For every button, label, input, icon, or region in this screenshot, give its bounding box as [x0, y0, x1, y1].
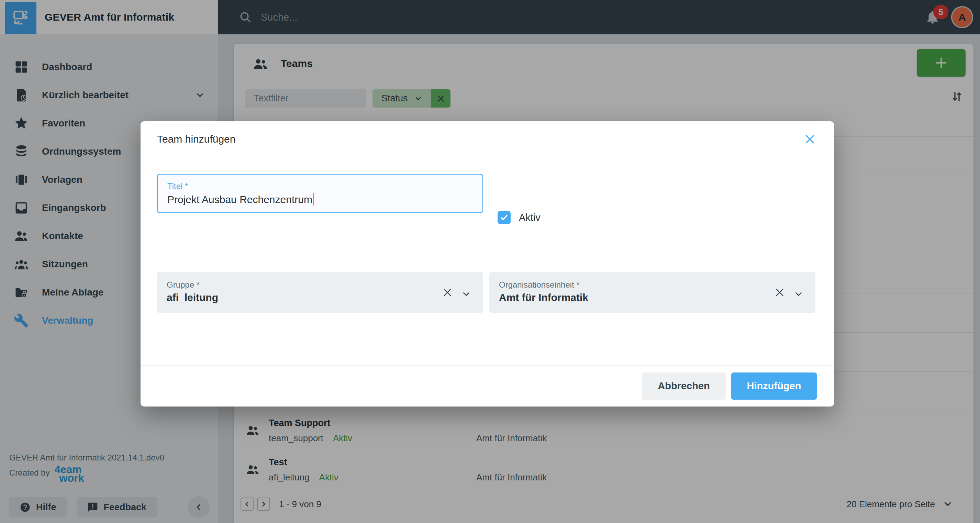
- aktiv-checkbox-row[interactable]: Aktiv: [498, 211, 541, 224]
- titel-value: Projekt Ausbau Rechenzentrum: [167, 193, 314, 205]
- aktiv-label: Aktiv: [519, 212, 541, 223]
- gruppe-select[interactable]: Gruppe * afi_leitung: [157, 272, 483, 313]
- organisationseinheit-label: Organisationseinheit *: [499, 280, 580, 290]
- organisationseinheit-select[interactable]: Organisationseinheit * Amt für Informati…: [489, 272, 815, 313]
- gruppe-value: afi_leitung: [167, 292, 218, 304]
- close-icon: [774, 287, 785, 298]
- check-icon: [500, 213, 509, 222]
- clear-gruppe-button[interactable]: [442, 287, 453, 298]
- gruppe-label: Gruppe *: [167, 280, 200, 290]
- cancel-button[interactable]: Abbrechen: [642, 372, 726, 400]
- chevron-down-icon: [461, 289, 471, 299]
- titel-label: Titel *: [167, 181, 188, 191]
- modal-title: Team hinzufügen: [157, 134, 236, 145]
- text-cursor: [313, 193, 314, 205]
- add-team-modal: Team hinzufügen Titel * Projekt Ausbau R…: [140, 121, 834, 407]
- aktiv-checkbox[interactable]: [498, 211, 511, 224]
- organisationseinheit-dropdown-chevron[interactable]: [794, 289, 804, 299]
- titel-input[interactable]: Titel * Projekt Ausbau Rechenzentrum: [157, 174, 483, 213]
- submit-button[interactable]: Hinzufügen: [731, 372, 817, 400]
- chevron-down-icon: [794, 289, 804, 299]
- clear-organisationseinheit-button[interactable]: [774, 287, 785, 298]
- close-icon: [442, 287, 453, 298]
- close-icon: [804, 133, 816, 145]
- gruppe-dropdown-chevron[interactable]: [461, 289, 471, 299]
- organisationseinheit-value: Amt für Informatik: [499, 292, 588, 304]
- close-modal-button[interactable]: [804, 133, 816, 145]
